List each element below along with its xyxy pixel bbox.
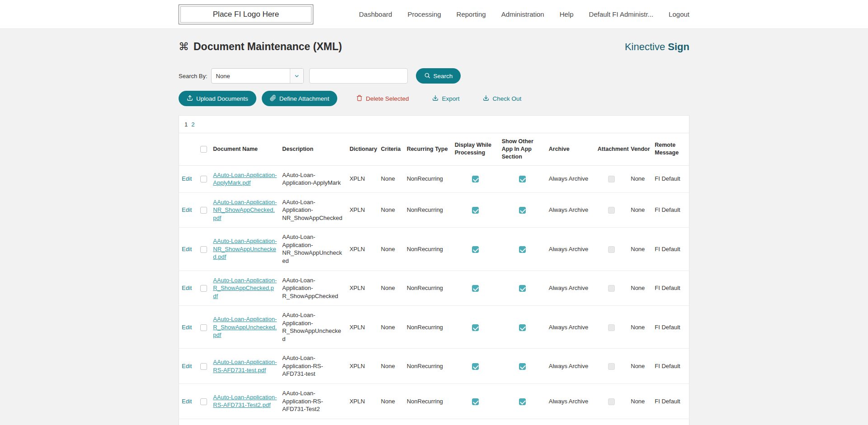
search-row: Search By: None Search bbox=[179, 68, 689, 84]
col-header-criteria: Criteria bbox=[378, 133, 404, 166]
document-name-link[interactable]: AAuto-Loan-Application-NR_ShowAppUncheck… bbox=[213, 238, 277, 260]
col-header-vendor: Vendor bbox=[628, 133, 652, 166]
edit-link[interactable]: Edit bbox=[182, 206, 192, 213]
edit-link[interactable]: Edit bbox=[182, 324, 192, 331]
display-while-processing-checkbox[interactable] bbox=[472, 285, 479, 292]
row-checkbox[interactable] bbox=[200, 363, 207, 370]
row-checkbox[interactable] bbox=[200, 324, 207, 331]
remote-message-cell: FI Default bbox=[652, 419, 689, 425]
col-header-display-while-processing: Display While Processing bbox=[452, 133, 499, 166]
remote-message-cell: FI Default bbox=[652, 349, 689, 384]
show-other-app-checkbox[interactable] bbox=[519, 176, 526, 182]
edit-link[interactable]: Edit bbox=[182, 285, 192, 291]
top-bar: Place FI Logo Here Dashboard Processing … bbox=[0, 0, 868, 29]
nav-reporting[interactable]: Reporting bbox=[457, 10, 486, 18]
row-checkbox[interactable] bbox=[200, 207, 207, 214]
criteria-cell: None bbox=[378, 306, 404, 349]
display-while-processing-checkbox[interactable] bbox=[472, 246, 479, 253]
dictionary-cell: XPLN bbox=[347, 165, 378, 192]
criteria-cell: None bbox=[378, 349, 404, 384]
define-attachment-button[interactable]: Define Attachment bbox=[262, 91, 337, 106]
select-all-checkbox[interactable] bbox=[200, 146, 207, 153]
dictionary-cell: XPLN bbox=[347, 419, 378, 425]
document-name-link[interactable]: AAuto-Loan-Application-R_ShowAppChecked.… bbox=[213, 277, 277, 299]
dictionary-cell: XPLN bbox=[347, 384, 378, 419]
nav-help[interactable]: Help bbox=[560, 10, 574, 18]
document-name-link[interactable]: AAuto-Loan-Application-RS-AFD731-Test2.p… bbox=[213, 394, 277, 409]
row-checkbox[interactable] bbox=[200, 176, 207, 182]
export-button[interactable]: Export bbox=[428, 91, 464, 106]
chevron-down-icon bbox=[290, 69, 303, 83]
recurring-type-cell: NonRecurring bbox=[404, 192, 452, 228]
table-header-row: Document Name Description Dictionary Cri… bbox=[179, 133, 689, 166]
recurring-type-cell: NonRecurring bbox=[404, 384, 452, 419]
criteria-cell: None bbox=[378, 271, 404, 306]
check-out-button[interactable]: Check Out bbox=[478, 91, 526, 106]
page-title-text: Document Maintenance (XML) bbox=[193, 41, 342, 53]
document-name-link[interactable]: AAuto-Loan-Application-ApplyMark.pdf bbox=[213, 172, 277, 187]
row-checkbox[interactable] bbox=[200, 246, 207, 253]
page-2[interactable]: 2 bbox=[191, 121, 194, 128]
main-nav: Dashboard Processing Reporting Administr… bbox=[359, 10, 689, 18]
col-header-recurring-type: Recurring Type bbox=[404, 133, 452, 166]
col-header-document-name: Document Name bbox=[210, 133, 279, 166]
table-row: Edit AAuto-Loan-Application-RS-AFD731-Te… bbox=[179, 384, 689, 419]
upload-icon bbox=[187, 95, 193, 103]
edit-link[interactable]: Edit bbox=[182, 363, 192, 369]
page-1[interactable]: 1 bbox=[184, 121, 188, 128]
document-name-link[interactable]: AAuto-Loan-Application-RS-AFD731-test.pd… bbox=[213, 359, 277, 374]
document-name-link[interactable]: AAuto-Loan-Application-NR_ShowAppChecked… bbox=[213, 199, 277, 221]
col-header-dictionary: Dictionary bbox=[347, 133, 378, 166]
archive-cell: Always Archive bbox=[546, 306, 595, 349]
edit-link[interactable]: Edit bbox=[182, 175, 192, 182]
search-input[interactable] bbox=[309, 68, 408, 84]
attachment-checkbox bbox=[608, 398, 615, 405]
show-other-app-checkbox[interactable] bbox=[519, 363, 526, 370]
main-content: ⌘ Document Maintenance (XML) Kinective S… bbox=[0, 41, 868, 425]
search-by-select[interactable]: None bbox=[211, 68, 304, 84]
search-icon bbox=[424, 72, 430, 80]
nav-logout[interactable]: Logout bbox=[669, 10, 689, 18]
delete-selected-button[interactable]: Delete Selected bbox=[352, 91, 413, 106]
recurring-type-cell: NonRecurring bbox=[404, 306, 452, 349]
display-while-processing-checkbox[interactable] bbox=[472, 324, 479, 331]
document-name-link[interactable]: AAuto-Loan-Application-R_ShowAppUnchecke… bbox=[213, 316, 277, 338]
search-by-selected-value: None bbox=[216, 73, 230, 79]
vendor-cell: None bbox=[628, 419, 652, 425]
upload-documents-button[interactable]: Upload Documents bbox=[179, 91, 256, 106]
search-button[interactable]: Search bbox=[416, 68, 461, 84]
display-while-processing-checkbox[interactable] bbox=[472, 398, 479, 405]
table-row: Edit AAuto-Loan-Application-R_ShowAppUnc… bbox=[179, 306, 689, 349]
nav-administration[interactable]: Administration bbox=[501, 10, 544, 18]
attachment-checkbox bbox=[608, 207, 615, 214]
row-checkbox[interactable] bbox=[200, 398, 207, 405]
recurring-type-cell: NonRecurring bbox=[404, 228, 452, 271]
remote-message-cell: FI Default bbox=[652, 165, 689, 192]
remote-message-cell: FI Default bbox=[652, 228, 689, 271]
nav-processing[interactable]: Processing bbox=[407, 10, 441, 18]
show-other-app-checkbox[interactable] bbox=[519, 285, 526, 292]
col-header-select bbox=[198, 133, 211, 166]
nav-user-menu[interactable]: Default FI Administr... bbox=[589, 10, 654, 18]
vendor-cell: None bbox=[628, 165, 652, 192]
edit-link[interactable]: Edit bbox=[182, 398, 192, 405]
edit-link[interactable]: Edit bbox=[182, 246, 192, 252]
show-other-app-checkbox[interactable] bbox=[519, 398, 526, 405]
remote-message-cell: FI Default bbox=[652, 306, 689, 349]
display-while-processing-checkbox[interactable] bbox=[472, 207, 479, 214]
attachment-checkbox bbox=[608, 246, 615, 253]
show-other-app-checkbox[interactable] bbox=[519, 246, 526, 253]
archive-cell: Always Archive bbox=[546, 228, 595, 271]
show-other-app-checkbox[interactable] bbox=[519, 324, 526, 331]
display-while-processing-checkbox[interactable] bbox=[472, 363, 479, 370]
col-header-remote-message: Remote Message bbox=[652, 133, 689, 166]
nav-dashboard[interactable]: Dashboard bbox=[359, 10, 392, 18]
archive-cell: Always Archive bbox=[546, 271, 595, 306]
display-while-processing-checkbox[interactable] bbox=[472, 176, 479, 182]
row-checkbox[interactable] bbox=[200, 285, 207, 292]
fi-logo-text: Place FI Logo Here bbox=[213, 10, 279, 19]
description-cell: AAuto-Loan-Application-R_ShowAppUnchecke… bbox=[279, 306, 347, 349]
table-row: Edit AAuto-Loan-Application-R_ShowAppChe… bbox=[179, 271, 689, 306]
show-other-app-checkbox[interactable] bbox=[519, 207, 526, 214]
table-row: Edit AAuto-Loan-Application-NR_ShowAppUn… bbox=[179, 228, 689, 271]
